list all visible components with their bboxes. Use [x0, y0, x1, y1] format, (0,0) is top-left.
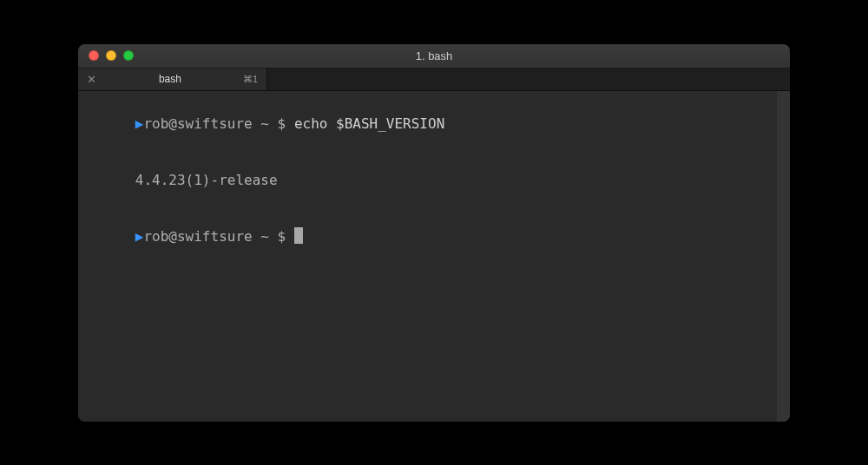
close-tab-icon[interactable]: ✕ [87, 74, 97, 85]
tab-label: bash [106, 73, 234, 85]
titlebar[interactable]: 1. bash [78, 44, 790, 69]
prompt-dollar: $ [278, 115, 286, 132]
cursor-block [294, 227, 303, 244]
prompt-dollar: $ [278, 228, 286, 245]
scrollbar[interactable] [777, 91, 790, 422]
prompt-user-host: rob@swiftsure [143, 228, 252, 245]
terminal-body[interactable]: ▶rob@swiftsure ~ $ echo $BASH_VERSION 4.… [78, 91, 790, 422]
prompt-user-host: rob@swiftsure [143, 115, 252, 132]
prompt-path: ~ [260, 115, 269, 132]
terminal-line: 4.4.23(1)-release [85, 152, 783, 208]
maximize-icon[interactable] [123, 50, 134, 61]
terminal-window: 1. bash ✕ bash ⌘1 ▶rob@swiftsure ~ $ ech… [78, 44, 790, 422]
prompt-indicator-icon: ▶ [135, 115, 144, 132]
close-icon[interactable] [89, 50, 99, 61]
terminal-line: ▶rob@swiftsure ~ $ echo $BASH_VERSION [85, 96, 783, 153]
traffic-lights [78, 50, 134, 61]
tab-shortcut: ⌘1 [243, 74, 258, 85]
window-title: 1. bash [78, 49, 790, 62]
terminal-line: ▶rob@swiftsure ~ $ [85, 208, 783, 265]
tab-bash[interactable]: ✕ bash ⌘1 [78, 69, 267, 90]
output-text: 4.4.23(1)-release [135, 172, 278, 188]
command-text: echo $BASH_VERSION [294, 115, 444, 132]
minimize-icon[interactable] [106, 50, 116, 61]
prompt-path: ~ [260, 228, 269, 245]
tab-bar: ✕ bash ⌘1 [78, 69, 790, 91]
prompt-indicator-icon: ▶ [135, 228, 144, 245]
